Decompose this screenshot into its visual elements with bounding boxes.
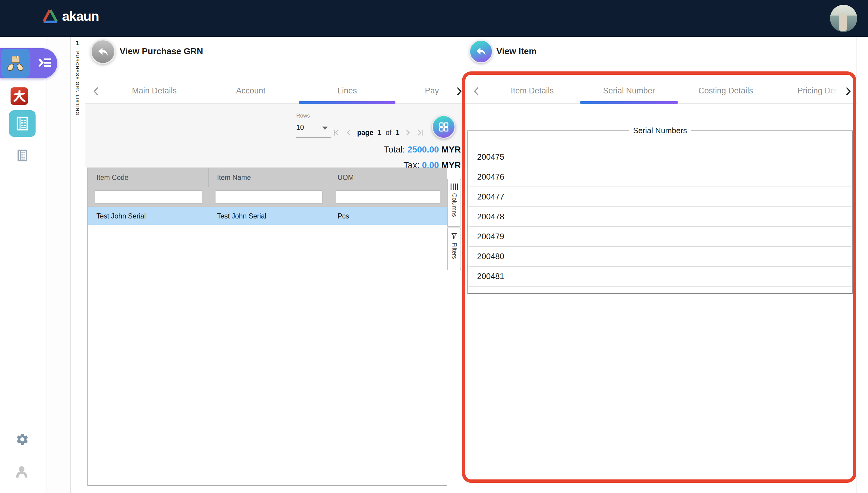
- grid-view-button[interactable]: [432, 115, 455, 138]
- cell-item-code: Test John Serial: [88, 207, 209, 225]
- item-name-filter-input[interactable]: [215, 190, 323, 204]
- module-tab-index: 1: [70, 39, 85, 47]
- topbar: akaun: [0, 0, 868, 37]
- table-row-selected[interactable]: Test John Serial Test John Serial Pcs: [88, 207, 447, 225]
- brand-logo[interactable]: akaun: [42, 8, 99, 24]
- item-code-filter-input[interactable]: [95, 190, 202, 204]
- item-tabs: Item Details Serial Number Costing Detai…: [466, 79, 856, 104]
- hands-package-icon: [1, 49, 30, 78]
- column-header-item-code[interactable]: Item Code: [88, 168, 209, 187]
- back-arrow-icon: [475, 45, 487, 58]
- tab-item-details[interactable]: Item Details: [511, 86, 554, 95]
- serial-number-row[interactable]: 200479: [469, 227, 851, 247]
- prev-page-icon[interactable]: [345, 129, 353, 136]
- rows-per-page-value: 10: [296, 124, 304, 131]
- columns-side-tab[interactable]: Columns: [447, 179, 461, 227]
- grn-tabs: Main Details Account Lines Pay: [85, 79, 465, 104]
- sidebar-item-inventory-active[interactable]: [0, 48, 57, 78]
- total-pages: 1: [396, 129, 400, 137]
- gear-icon: [15, 432, 29, 446]
- next-page-icon[interactable]: [404, 129, 411, 136]
- module-tab-strip[interactable]: 1 PURCHASE GRN LISTING: [70, 37, 85, 493]
- tabs-scroll-right-icon[interactable]: [455, 87, 463, 96]
- back-arrow-icon: [96, 45, 110, 59]
- rows-select-underline: [296, 137, 331, 138]
- left-scroll-gutter: [46, 37, 70, 493]
- serial-number-row[interactable]: 200477: [469, 187, 851, 207]
- pagination: page 1 of 1: [333, 126, 424, 139]
- serial-numbers-legend: Serial Numbers: [629, 126, 691, 135]
- total-label: Total:: [384, 145, 405, 154]
- triangle-logo-icon: [42, 8, 59, 24]
- form-list-icon: [16, 149, 29, 162]
- cell-item-name: Test John Serial: [209, 207, 329, 225]
- total-value: 2500.00: [408, 145, 439, 154]
- uom-filter-input[interactable]: [336, 190, 440, 204]
- tabs-scroll-left-icon[interactable]: [472, 87, 480, 96]
- form-list-icon: [15, 116, 30, 131]
- serial-number-row[interactable]: 200475: [469, 147, 851, 167]
- first-page-icon[interactable]: [333, 129, 341, 136]
- icon-sidebar: [0, 37, 46, 493]
- filter-funnel-icon: [451, 232, 458, 240]
- page-title: View Purchase GRN: [120, 46, 203, 56]
- grid-icon: [437, 121, 450, 133]
- caret-down-icon: [322, 127, 328, 130]
- dai-character-icon: [13, 89, 26, 103]
- total-amount: Total: 2500.00 MYR: [384, 145, 461, 155]
- column-header-uom[interactable]: UOM: [329, 168, 447, 187]
- module-tab-label: PURCHASE GRN LISTING: [75, 51, 80, 115]
- total-currency: MYR: [441, 145, 461, 154]
- column-header-item-name[interactable]: Item Name: [209, 168, 329, 187]
- page-word: page: [357, 129, 373, 137]
- expand-menu-icon[interactable]: [38, 57, 52, 69]
- back-button[interactable]: [90, 39, 115, 64]
- of-word: of: [386, 129, 391, 137]
- tab-pay-partial[interactable]: Pay: [425, 86, 439, 95]
- serial-number-row[interactable]: 200480: [469, 247, 851, 267]
- tabs-scroll-right-icon[interactable]: [845, 87, 852, 96]
- columns-side-tab-label: Columns: [451, 193, 458, 217]
- serial-numbers-list: 200475 200476 200477 200478 200479 20048…: [468, 147, 852, 286]
- sidebar-item-listing-active[interactable]: [9, 110, 36, 137]
- last-page-icon[interactable]: [416, 129, 424, 136]
- active-tab-underline: [580, 101, 678, 104]
- sidebar-item-listing[interactable]: [16, 149, 29, 162]
- tab-lines-active[interactable]: Lines: [338, 86, 357, 95]
- table-header-row: Item Code Item Name UOM: [88, 168, 447, 187]
- app-root: akaun: [0, 0, 868, 493]
- purchase-grn-panel: View Purchase GRN Main Details Account L…: [85, 37, 465, 493]
- profile-button[interactable]: [15, 465, 29, 479]
- tab-main-details[interactable]: Main Details: [132, 86, 177, 95]
- settings-button[interactable]: [15, 432, 29, 447]
- serial-number-row[interactable]: 200478: [469, 207, 851, 227]
- serial-number-row[interactable]: 200481: [469, 267, 851, 286]
- tab-serial-number-active[interactable]: Serial Number: [603, 86, 655, 95]
- sidebar-item-dai-app[interactable]: [10, 87, 28, 105]
- serial-number-row[interactable]: 200476: [469, 167, 851, 187]
- tab-costing-details[interactable]: Costing Details: [698, 86, 753, 95]
- lines-table: Item Code Item Name UOM Test John Serial…: [87, 168, 447, 486]
- serial-numbers-box: Serial Numbers 200475 200476 200477 2004…: [468, 126, 853, 294]
- table-filter-row: [88, 187, 447, 207]
- user-avatar[interactable]: [830, 5, 857, 32]
- columns-bars-icon: [451, 184, 458, 190]
- right-scroll-gutter: [856, 37, 868, 493]
- filters-side-tab[interactable]: Filters: [447, 228, 461, 270]
- filters-side-tab-label: Filters: [451, 242, 458, 259]
- rows-per-page-label: Rows: [296, 113, 310, 119]
- active-tab-underline: [299, 101, 395, 104]
- back-button[interactable]: [469, 40, 493, 63]
- person-icon: [15, 465, 29, 479]
- view-item-panel: View Item Item Details Serial Number Cos…: [465, 37, 856, 493]
- rows-per-page-select[interactable]: 10: [296, 124, 330, 132]
- current-page: 1: [378, 129, 382, 137]
- page-title: View Item: [496, 46, 537, 56]
- tabs-scroll-left-icon[interactable]: [92, 87, 100, 96]
- tab-account[interactable]: Account: [236, 86, 265, 95]
- cell-uom: Pcs: [329, 207, 447, 225]
- brand-text: akaun: [62, 9, 99, 24]
